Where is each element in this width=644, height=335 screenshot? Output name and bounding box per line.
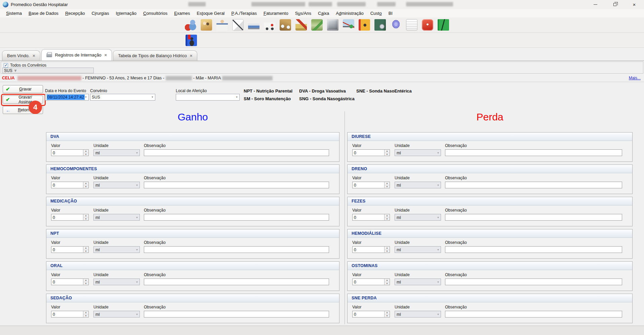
menu-item-p-a-terapias[interactable]: P.A./Terapias — [228, 11, 260, 16]
unidade-select[interactable]: ml▼ — [93, 278, 140, 285]
stock-box-icon[interactable] — [280, 19, 291, 31]
convenio-filter-select[interactable]: SUS ▼ — [2, 68, 94, 73]
observacao-input[interactable] — [445, 214, 622, 221]
menu-item-base-de-dados[interactable]: Base de Dados — [25, 11, 62, 16]
unidade-select[interactable]: ml▼ — [93, 149, 140, 156]
observacao-input[interactable] — [445, 311, 622, 318]
valor-spinner[interactable]: 0▲▼ — [51, 182, 89, 188]
observacao-input[interactable] — [144, 214, 329, 221]
observacao-input[interactable] — [445, 278, 622, 285]
users-sync-icon[interactable] — [185, 19, 196, 31]
valor-spinner[interactable]: 0▲▼ — [51, 149, 89, 156]
unidade-select[interactable]: ml▼ — [395, 149, 441, 156]
restore-button[interactable] — [605, 0, 625, 9]
menu-item-sus-ans[interactable]: Sus/Ans — [292, 11, 315, 16]
mais-link[interactable]: Mais... — [629, 76, 641, 80]
spin-up-icon[interactable]: ▲ — [385, 247, 390, 250]
power-icon[interactable] — [422, 19, 433, 31]
menu-item-custo[interactable]: Custo — [367, 11, 385, 16]
money-up-icon[interactable] — [295, 19, 307, 31]
unidade-select[interactable]: ml▼ — [93, 214, 140, 221]
menu-item-consultorios[interactable]: Consultórios — [140, 11, 171, 16]
gravar-button[interactable]: ✔ Gravar — [3, 85, 43, 93]
hospital-bed-icon[interactable] — [248, 19, 259, 31]
prescription-icon[interactable] — [232, 19, 244, 31]
observacao-input[interactable] — [144, 278, 329, 285]
patients-folder-icon[interactable] — [201, 19, 212, 31]
unidade-select[interactable]: ml▼ — [395, 311, 441, 318]
spin-down-icon[interactable]: ▼ — [83, 314, 88, 318]
spin-up-icon[interactable]: ▲ — [385, 150, 390, 153]
tab-close-icon[interactable]: × — [190, 53, 193, 58]
data-hora-select[interactable]: 08/11/2024 14:27:42 ▼ — [45, 94, 89, 101]
menu-item-sistema[interactable]: Sistema — [3, 11, 25, 16]
tab-close-icon[interactable]: × — [105, 52, 107, 58]
valor-spinner[interactable]: 0▲▼ — [51, 278, 89, 285]
local-afericao-select[interactable]: ▼ — [176, 94, 240, 101]
chat-icon[interactable] — [390, 19, 402, 31]
menu-item-cirurgias[interactable]: Cirurgias — [88, 11, 112, 16]
menu-item-estoque-geral[interactable]: Estoque Geral — [193, 11, 228, 16]
minimize-button[interactable] — [586, 0, 605, 9]
observacao-input[interactable] — [144, 246, 329, 253]
spin-down-icon[interactable]: ▼ — [83, 218, 88, 221]
spin-down-icon[interactable]: ▼ — [83, 153, 88, 156]
spin-up-icon[interactable]: ▲ — [83, 311, 88, 314]
spin-up-icon[interactable]: ▲ — [385, 182, 390, 185]
all-convenios-checkbox[interactable]: ✓ — [4, 63, 8, 68]
spin-up-icon[interactable]: ▲ — [385, 279, 390, 282]
valor-spinner[interactable]: 0▲▼ — [51, 311, 89, 318]
money-down-icon[interactable] — [311, 19, 323, 31]
spin-down-icon[interactable]: ▼ — [385, 250, 390, 253]
unidade-select[interactable]: ml▼ — [93, 311, 140, 318]
spin-up-icon[interactable]: ▲ — [83, 150, 88, 153]
spin-down-icon[interactable]: ▼ — [385, 282, 390, 285]
spin-down-icon[interactable]: ▼ — [83, 185, 88, 188]
menu-item-bi[interactable]: BI — [385, 11, 396, 16]
observacao-input[interactable] — [445, 246, 622, 253]
spin-up-icon[interactable]: ▲ — [385, 214, 390, 218]
unidade-select[interactable]: ml▼ — [395, 278, 441, 285]
spin-down-icon[interactable]: ▼ — [385, 153, 390, 156]
spin-down-icon[interactable]: ▼ — [385, 185, 390, 188]
tab-close-icon[interactable]: × — [33, 53, 35, 58]
spin-up-icon[interactable]: ▲ — [83, 247, 88, 250]
spin-up-icon[interactable]: ▲ — [83, 279, 88, 282]
valor-spinner[interactable]: 0▲▼ — [51, 246, 89, 253]
close-button[interactable]: × — [625, 0, 644, 9]
doctor-icon[interactable] — [216, 19, 228, 31]
spin-up-icon[interactable]: ▲ — [83, 214, 88, 218]
ambulance-icon[interactable] — [264, 19, 275, 31]
spin-down-icon[interactable]: ▼ — [83, 282, 88, 285]
vitals-book-icon[interactable] — [438, 19, 449, 31]
menu-item-recepcao[interactable]: Recepção — [62, 11, 88, 16]
spin-up-icon[interactable]: ▲ — [83, 182, 88, 185]
safe-icon[interactable] — [327, 19, 338, 31]
patient-book-icon[interactable] — [186, 35, 197, 46]
spin-down-icon[interactable]: ▼ — [385, 218, 390, 221]
menu-item-exames[interactable]: Exames — [171, 11, 193, 16]
menu-item-internacao[interactable]: Internação — [112, 11, 139, 16]
phonebook-icon[interactable] — [359, 19, 370, 31]
unidade-select[interactable]: ml▼ — [395, 246, 441, 253]
observacao-input[interactable] — [144, 311, 329, 318]
tab-tabela-de-tipos-de-balanco-hidrico[interactable]: Tabela de Tipos de Balanço Hídrico× — [113, 50, 197, 61]
tab-bem-vindo[interactable]: Bem Vindo.× — [2, 50, 40, 61]
unidade-select[interactable]: ml▼ — [93, 182, 140, 188]
observacao-input[interactable] — [144, 149, 329, 156]
finance-chart-icon[interactable] — [343, 19, 354, 31]
observacao-input[interactable] — [144, 182, 329, 188]
menu-item-administracao[interactable]: Administração — [332, 11, 367, 16]
spin-down-icon[interactable]: ▼ — [385, 314, 390, 318]
valor-spinner[interactable]: 0▲▼ — [352, 182, 390, 188]
tab-registros-de-internacao[interactable]: Registros de Internação× — [41, 49, 112, 61]
valor-spinner[interactable]: 0▲▼ — [352, 214, 390, 221]
valor-spinner[interactable]: 0▲▼ — [51, 214, 89, 221]
manual-book-icon[interactable] — [374, 19, 386, 31]
unidade-select[interactable]: ml▼ — [395, 182, 441, 188]
valor-spinner[interactable]: 0▲▼ — [352, 246, 390, 253]
menu-item-caixa[interactable]: Caixa — [315, 11, 332, 16]
valor-spinner[interactable]: 0▲▼ — [352, 278, 390, 285]
observacao-input[interactable] — [445, 149, 622, 156]
invoice-icon[interactable] — [406, 19, 417, 31]
